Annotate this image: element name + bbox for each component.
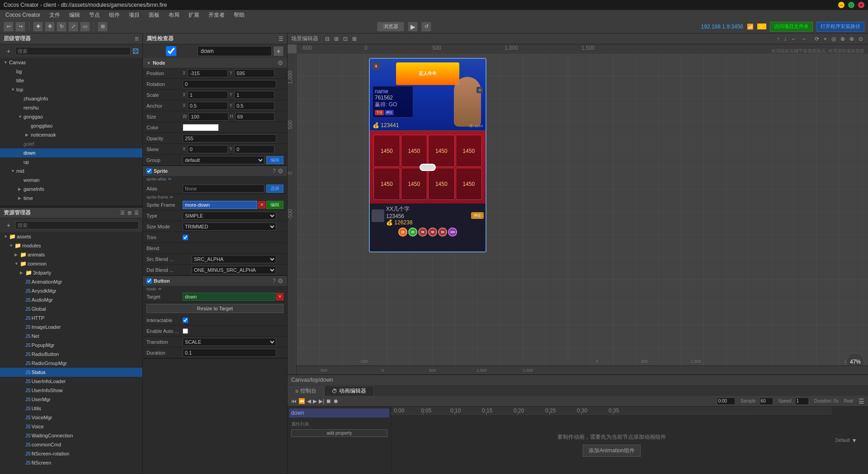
skew-x-input[interactable]	[188, 145, 228, 153]
hierarchy-filter-btn[interactable]: ⚄	[132, 47, 139, 56]
trim-checkbox[interactable]	[183, 235, 188, 240]
anim-btn-next-frame[interactable]: ▶|	[319, 398, 324, 404]
asset-item-userinfoshow[interactable]: JS UserInfoShow	[0, 386, 142, 395]
node-name-input[interactable]	[198, 46, 272, 56]
minimize-button[interactable]: ─	[838, 2, 844, 8]
asset-item-voicemgr[interactable]: JS VoiceMgr	[0, 413, 142, 422]
anim-btn-play[interactable]: ▶	[313, 398, 317, 404]
alias-input[interactable]	[183, 185, 264, 193]
size-w-input[interactable]	[189, 113, 228, 121]
scene-canvas[interactable]: -500 0 500 1,000 1,500 1,000 500 0 -500	[288, 44, 868, 374]
tree-item-canvas[interactable]: ▼ Canvas	[0, 58, 142, 67]
toolbar-btn-5[interactable]: ⊞	[98, 22, 108, 32]
sample-input[interactable]	[760, 398, 773, 405]
scene-btn-3[interactable]: ⊡	[342, 34, 349, 43]
tree-item-renshu[interactable]: renshu	[0, 103, 142, 112]
button-help-icon[interactable]: ?	[273, 278, 276, 284]
pos-x-input[interactable]	[188, 69, 228, 77]
menu-component[interactable]: 组件	[107, 10, 122, 20]
toolbar-btn-1[interactable]: ↩	[4, 22, 14, 32]
sprite-frame-input[interactable]	[183, 201, 257, 209]
toolbar-btn-3[interactable]: ✚	[33, 22, 43, 32]
asset-item-http[interactable]: JS HTTP	[0, 313, 142, 322]
asset-item-modules[interactable]: ▼ 📁 modules	[0, 241, 142, 250]
properties-menu-btn[interactable]: ☰	[278, 36, 283, 42]
hierarchy-search[interactable]	[15, 47, 131, 55]
sprite-frame-clear-btn[interactable]: ✕	[258, 201, 265, 209]
anim-btn-stop[interactable]: ⏹	[326, 398, 331, 404]
tree-item-gonggao[interactable]: ▼ gonggao	[0, 112, 142, 121]
scene-btn-toolbar-3[interactable]: ←	[790, 34, 798, 43]
add-animation-btn[interactable]: 添加Animation组件	[583, 445, 640, 457]
scene-btn-toolbar-5[interactable]: ⟳	[813, 34, 821, 43]
menu-edit[interactable]: 编辑	[67, 10, 82, 20]
asset-item-net[interactable]: JS Net	[0, 332, 142, 341]
asset-item-utils[interactable]: JS Utils	[0, 404, 142, 413]
assets-list-view[interactable]: ☰	[120, 210, 125, 216]
anim-btn-record[interactable]: ⏺	[333, 398, 339, 404]
tree-item-up[interactable]: up	[0, 157, 142, 166]
asset-item-radiobutton[interactable]: JS RadioButton	[0, 350, 142, 359]
sprite-frame-edit-icon[interactable]: ✏	[170, 195, 174, 199]
speed-input[interactable]	[795, 398, 809, 405]
tree-item-zhuanginfo[interactable]: zhuangInfo	[0, 94, 142, 103]
tree-item-title[interactable]: title	[0, 76, 142, 85]
anchor-y-input[interactable]	[234, 102, 274, 110]
hierarchy-menu-btn[interactable]: ☰	[135, 36, 139, 41]
opacity-input[interactable]	[183, 134, 276, 142]
anim-time-input[interactable]	[717, 398, 735, 405]
asset-item-common[interactable]: ▼ 📁 common	[0, 259, 142, 268]
asset-item-fitscreen-rotation[interactable]: JS fitScreen-rotation	[0, 449, 142, 458]
scale-y-input[interactable]	[234, 91, 274, 99]
scene-btn-toolbar-8[interactable]: ⊕	[839, 34, 846, 43]
scale-x-input[interactable]	[188, 91, 228, 99]
menu-file[interactable]: 文件	[47, 10, 62, 20]
anim-btn-prev[interactable]: ⏪	[298, 398, 305, 404]
tree-item-down[interactable]: down	[0, 148, 142, 157]
tree-item-golef[interactable]: golef	[0, 139, 142, 148]
browser-dropdown[interactable]: 浏览器	[377, 22, 404, 32]
asset-item-audiomgr[interactable]: JS AudioMgr	[0, 295, 142, 304]
menu-cocoscreator[interactable]: Cocos Creator	[4, 11, 42, 19]
target-input[interactable]	[183, 293, 275, 301]
sprite-enabled[interactable]	[146, 168, 152, 174]
type-select[interactable]: SIMPLE SLICED TILED FILLED	[183, 212, 276, 220]
tree-item-noticemask[interactable]: ▶ noticemask	[0, 130, 142, 139]
transition-select[interactable]: SCALE COLOR SPRITE NONE	[183, 338, 276, 346]
asset-item-userinfomgr[interactable]: JS UserInfoLoader	[0, 377, 142, 386]
tree-item-gameinfo[interactable]: ▶ gameInfo	[0, 185, 142, 194]
scene-btn-toolbar-1[interactable]: ↑	[775, 34, 781, 43]
asset-item-animals[interactable]: ▶ 📁 animals	[0, 250, 142, 259]
toolbar-btn-scale[interactable]: ⤢	[68, 22, 78, 32]
assets-search[interactable]	[15, 221, 139, 229]
tree-item-bg[interactable]: bg	[0, 67, 142, 76]
anim-btn-prev-start[interactable]: ⏮	[291, 398, 297, 404]
sprite-section-header[interactable]: Sprite ? ⚙	[143, 166, 287, 176]
scene-btn-toolbar-4[interactable]: →	[800, 34, 808, 43]
scene-btn-toolbar-6[interactable]: ⌖	[822, 34, 828, 43]
rotation-input[interactable]	[183, 80, 276, 88]
node-enabled-checkbox[interactable]	[146, 46, 196, 56]
group-select[interactable]: default	[183, 156, 264, 164]
skew-y-input[interactable]	[234, 145, 274, 153]
asset-item-global[interactable]: JS Global	[0, 304, 142, 313]
menu-node[interactable]: 节点	[87, 10, 102, 20]
asset-item-animationmgr[interactable]: JS AnimationMgr	[0, 277, 142, 286]
size-h-input[interactable]	[235, 113, 274, 121]
button-settings-icon[interactable]: ⚙	[278, 277, 283, 284]
menu-extend[interactable]: 扩展	[187, 10, 201, 20]
tab-console[interactable]: ≡ 控制台	[288, 386, 324, 396]
add-component-btn[interactable]: +	[274, 46, 283, 56]
src-blend-select[interactable]: SRC_ALPHA ONE ZERO	[192, 255, 276, 263]
asset-item-commoncmd[interactable]: JS commonCmd	[0, 440, 142, 449]
assets-add-btn[interactable]: +	[4, 220, 14, 230]
size-mode-select[interactable]: TRIMMED RAW CUSTOM	[183, 223, 276, 231]
node-section-header[interactable]: ▼ Node ⚙	[143, 58, 287, 68]
dst-blend-select[interactable]: ONE_MINUS_SRC_ALPHA ONE ZERO	[192, 266, 276, 274]
asset-item-waitingconnection[interactable]: JS WaitingConnection	[0, 431, 142, 440]
assets-menu-btn[interactable]: ☰	[134, 210, 139, 216]
resize-to-target-btn[interactable]: Resize to Target	[146, 304, 283, 313]
toolbar-btn-move[interactable]: ✥	[45, 22, 55, 32]
pos-y-input[interactable]	[234, 69, 274, 77]
tab-animation-editor[interactable]: ⏱ 动画编辑器	[324, 386, 374, 396]
